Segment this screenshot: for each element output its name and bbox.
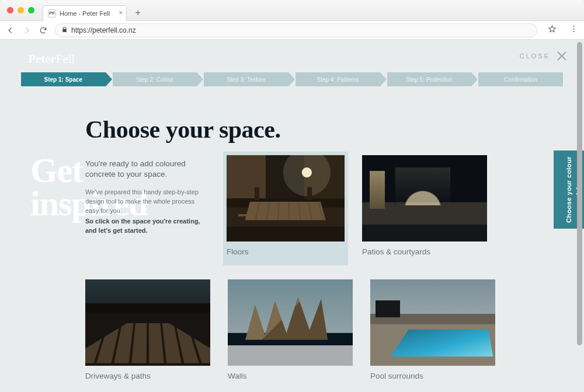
space-caption: Pool surrounds: [370, 372, 495, 380]
window-minimize-icon[interactable]: [18, 7, 24, 13]
chevron-right-icon: [471, 72, 478, 86]
space-card-driveways[interactable]: Driveways & paths: [85, 279, 210, 380]
step-2-colour[interactable]: Step 2: Colour: [113, 72, 197, 86]
reload-button[interactable]: [39, 26, 48, 34]
intro-body: We've prepared this handy step-by-step d…: [85, 188, 209, 236]
space-card-walls[interactable]: Walls: [228, 279, 353, 380]
svg-point-2: [573, 31, 574, 32]
step-6-confirmation[interactable]: Confirmation: [478, 72, 563, 86]
wizard-content: Choose your space. You're ready to add c…: [85, 116, 549, 392]
svg-point-1: [573, 28, 574, 29]
forward-button[interactable]: [22, 26, 32, 34]
brand-logo[interactable]: PeterFell: [28, 51, 75, 66]
space-caption: Driveways & paths: [85, 372, 210, 380]
close-label: CLOSE: [520, 52, 550, 60]
address-url: https://peterfell.co.nz: [71, 26, 136, 34]
tab-favicon-icon: PF: [48, 9, 56, 18]
chevron-right-icon: [197, 72, 203, 86]
new-tab-button[interactable]: +: [131, 6, 144, 19]
step-4-patterns[interactable]: Step 4: Patterns: [296, 72, 380, 86]
step-label: Step 5: Protection: [406, 76, 453, 83]
step-label: Step 3: Texture: [227, 76, 266, 83]
space-card-patios[interactable]: Patios & courtyards: [362, 155, 487, 265]
chevron-right-icon: [380, 72, 387, 86]
browser-toolbar: https://peterfell.co.nz: [0, 21, 584, 40]
wizard-stepper: Step 1: Space Step 2: Colour Step 3: Tex…: [21, 72, 563, 86]
space-thumb: [370, 279, 495, 366]
step-label: Step 1: Space: [44, 76, 83, 83]
window-close-icon[interactable]: [7, 7, 13, 13]
space-caption: Patios & courtyards: [362, 247, 487, 256]
browser-menu-icon[interactable]: [569, 24, 578, 36]
page-viewport: Getinspired PeterFell CLOSE Step 1: Spac…: [0, 40, 584, 392]
browser-title-bar: PF Home - Peter Fell × +: [0, 0, 584, 21]
browser-window: PF Home - Peter Fell × + https://peterfe…: [0, 0, 584, 392]
arrow-left-icon: [6, 26, 15, 34]
scrollbar-track[interactable]: [577, 42, 582, 390]
step-label: Step 2: Colour: [136, 76, 173, 83]
bookmark-star-icon[interactable]: [548, 24, 557, 36]
close-wizard-button[interactable]: CLOSE: [520, 50, 568, 62]
tab-close-icon[interactable]: ×: [119, 9, 123, 17]
space-thumb: [228, 279, 353, 366]
browser-tab[interactable]: PF Home - Peter Fell ×: [43, 5, 127, 21]
space-card-floors[interactable]: Floors: [223, 152, 348, 265]
arrow-right-icon: [23, 26, 31, 34]
step-label: Confirmation: [504, 76, 537, 83]
space-thumb: [362, 155, 487, 242]
scrollbar-thumb[interactable]: [577, 42, 582, 345]
step-1-space[interactable]: Step 1: Space: [21, 72, 106, 86]
chevron-right-icon: [106, 72, 112, 86]
space-thumb: [227, 155, 345, 242]
space-caption: Floors: [227, 247, 345, 256]
intro-lead: You're ready to add coloured concrete to…: [85, 159, 209, 180]
window-zoom-icon[interactable]: [28, 7, 34, 13]
close-icon: [556, 50, 568, 62]
space-caption: Walls: [228, 372, 353, 380]
reload-icon: [39, 26, 47, 34]
window-controls: [7, 7, 34, 13]
intro-column: You're ready to add coloured concrete to…: [85, 155, 209, 265]
step-3-texture[interactable]: Step 3: Texture: [204, 72, 288, 86]
space-thumb: [85, 279, 210, 366]
tab-title: Home - Peter Fell: [60, 10, 110, 17]
svg-point-0: [573, 26, 574, 27]
back-button[interactable]: [6, 26, 15, 34]
step-5-protection[interactable]: Step 5: Protection: [387, 72, 472, 86]
step-label: Step 4: Patterns: [317, 76, 359, 83]
space-card-pool[interactable]: Pool surrounds: [370, 279, 495, 380]
page-title: Choose your space.: [85, 116, 549, 144]
chevron-right-icon: [288, 72, 295, 86]
lock-icon: [61, 26, 68, 34]
address-bar[interactable]: https://peterfell.co.nz: [55, 23, 537, 37]
